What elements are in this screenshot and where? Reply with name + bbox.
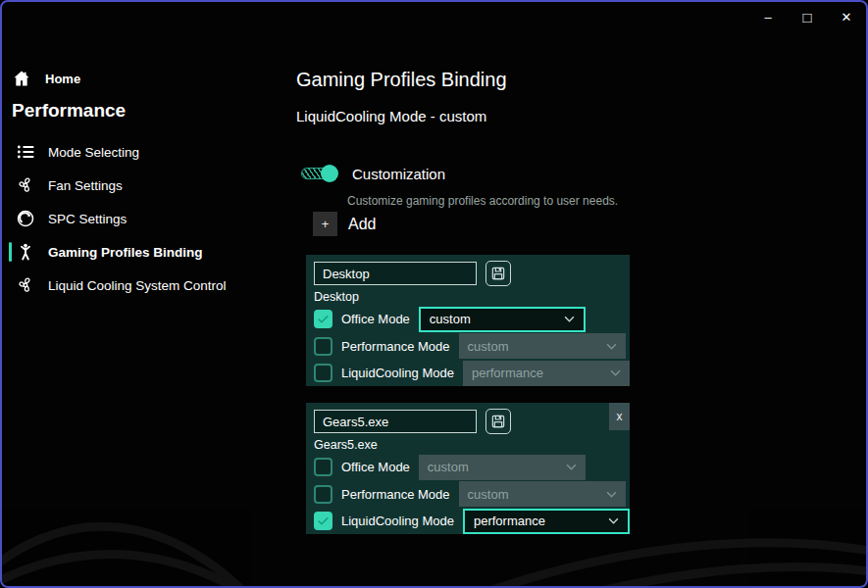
sidebar-item-gaming-profiles-binding[interactable]: Gaming Profiles Binding <box>9 235 283 269</box>
page-subtitle: LiquidCooling Mode - custom <box>296 108 486 124</box>
title-bar: – □ ✕ <box>2 2 866 31</box>
chevron-down-icon <box>564 316 575 322</box>
sidebar-section-heading: Performance <box>9 100 283 122</box>
toggle-knob <box>321 165 338 182</box>
sidebar-item-liquid-cooling-system-control[interactable]: Liquid Cooling System Control <box>9 269 283 302</box>
sidebar-item-label: Mode Selecting <box>48 145 139 160</box>
close-button[interactable]: ✕ <box>827 3 866 30</box>
fan-icon <box>16 175 35 195</box>
mode-row-performance: Performance Mode custom <box>314 333 630 361</box>
add-profile-button[interactable]: + Add <box>313 212 376 236</box>
sidebar-item-label: SPC Settings <box>48 212 127 226</box>
liquidcooling-mode-checkbox[interactable] <box>314 512 332 530</box>
profile-name-input[interactable] <box>314 410 477 433</box>
performance-mode-dropdown: custom <box>459 333 626 359</box>
sidebar-item-label: Gaming Profiles Binding <box>48 245 203 260</box>
home-icon <box>12 69 31 88</box>
mode-label: LiquidCooling Mode <box>341 514 454 528</box>
mode-row-performance: Performance Mode custom <box>314 481 630 509</box>
add-button-label: Add <box>348 216 376 233</box>
office-mode-checkbox[interactable] <box>314 310 332 328</box>
sidebar-item-fan-settings[interactable]: Fan Settings <box>9 169 283 202</box>
floppy-icon <box>490 266 506 281</box>
profile-name-label: Gears5.exe <box>314 438 378 452</box>
list-icon <box>16 142 35 162</box>
performance-mode-checkbox[interactable] <box>314 337 332 356</box>
check-icon <box>317 313 330 325</box>
sidebar-item-label: Fan Settings <box>48 178 123 193</box>
profile-name-label: Desktop <box>314 290 359 304</box>
sidebar-item-home[interactable]: Home <box>9 65 283 92</box>
plus-icon: + <box>313 212 337 236</box>
chevron-down-icon <box>608 517 619 524</box>
app-window: – □ ✕ Home Performance Mode Selecting <box>0 0 868 588</box>
mode-row-liquidcooling: LiquidCooling Mode performance <box>314 508 630 535</box>
sidebar-item-mode-selecting[interactable]: Mode Selecting <box>9 135 283 169</box>
remove-profile-button[interactable]: x <box>609 403 630 430</box>
mode-label: Office Mode <box>341 460 410 474</box>
check-icon <box>317 514 330 527</box>
save-button[interactable] <box>485 261 511 286</box>
chevron-down-icon <box>566 464 577 470</box>
fan-icon <box>16 275 35 295</box>
sidebar-home-label: Home <box>45 72 80 86</box>
liquidcooling-mode-dropdown: performance <box>463 361 630 386</box>
chevron-down-icon <box>606 343 617 350</box>
sidebar: Home Performance Mode Selecting <box>9 65 283 302</box>
performance-mode-checkbox[interactable] <box>314 485 332 504</box>
liquidcooling-mode-dropdown[interactable]: performance <box>463 509 630 534</box>
mode-row-office: Office Mode custom <box>314 454 630 481</box>
mode-label: LiquidCooling Mode <box>341 366 454 380</box>
customization-label: Customization <box>352 166 445 182</box>
office-mode-dropdown[interactable]: custom <box>419 307 586 332</box>
liquidcooling-mode-checkbox[interactable] <box>314 364 332 382</box>
save-button[interactable] <box>485 409 511 434</box>
office-mode-checkbox[interactable] <box>314 458 332 476</box>
gauge-icon <box>16 209 35 228</box>
performance-mode-dropdown: custom <box>459 481 626 507</box>
chevron-down-icon <box>610 369 621 376</box>
chevron-down-icon <box>606 491 617 498</box>
minimize-button[interactable]: – <box>748 3 788 30</box>
page-title: Gaming Profiles Binding <box>296 69 507 91</box>
profile-card-gears5: x Gears5.exe Office Mode custom <box>306 403 630 534</box>
mode-label: Performance Mode <box>341 487 450 502</box>
office-mode-dropdown: custom <box>419 455 586 480</box>
maximize-button[interactable]: □ <box>788 3 827 30</box>
floppy-icon <box>490 414 506 429</box>
person-icon <box>16 242 35 262</box>
customization-toggle[interactable] <box>301 165 338 182</box>
customization-description: Customize gaming profiles according to u… <box>347 194 618 208</box>
mode-label: Office Mode <box>341 312 410 326</box>
mode-label: Performance Mode <box>341 339 450 354</box>
sidebar-item-label: Liquid Cooling System Control <box>48 278 227 293</box>
profile-name-input[interactable] <box>314 262 477 285</box>
sidebar-item-spc-settings[interactable]: SPC Settings <box>9 202 283 235</box>
mode-row-liquidcooling: LiquidCooling Mode performance <box>314 360 630 387</box>
mode-row-office: Office Mode custom <box>314 306 630 333</box>
selection-indicator <box>9 242 12 262</box>
profile-card-desktop: Desktop Office Mode custom <box>306 255 630 386</box>
